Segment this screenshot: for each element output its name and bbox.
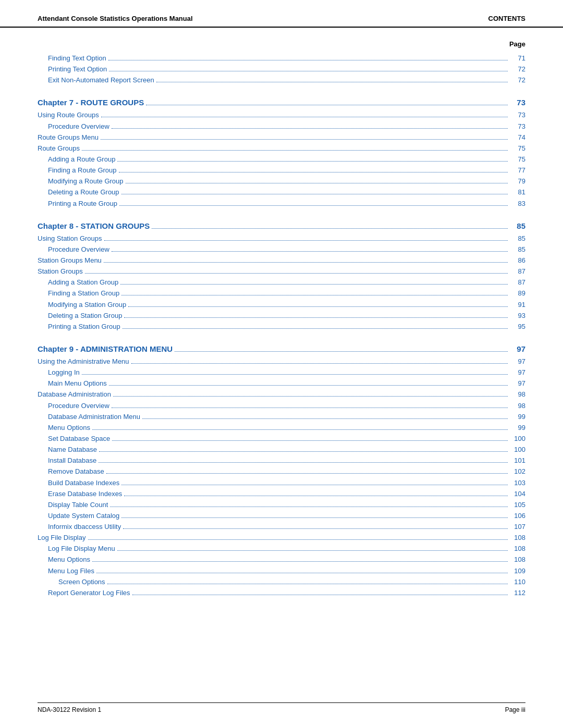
chapter-link[interactable]: Chapter 9 - ADMINISTRATION MENU <box>38 344 173 353</box>
toc-link[interactable]: Report Generator Log Files <box>48 588 130 598</box>
toc-dots <box>123 528 508 529</box>
toc-link[interactable]: Adding a Station Group <box>48 277 118 288</box>
toc-dots <box>119 172 508 172</box>
toc-link[interactable]: Using the Administrative Menu <box>38 356 129 367</box>
toc-dots <box>109 71 508 71</box>
chapter-page: 85 <box>510 221 525 230</box>
toc-entry: Procedure Overview 73 <box>38 121 525 132</box>
toc-dots <box>99 451 508 452</box>
toc-dots <box>99 462 508 463</box>
toc-link[interactable]: Display Table Count <box>48 500 108 510</box>
toc-dots <box>117 550 508 551</box>
toc-dots <box>104 262 508 263</box>
toc-link[interactable]: Modifying a Route Group <box>48 176 124 187</box>
toc-page: 99 <box>510 423 525 433</box>
toc-entry: Procedure Overview 98 <box>38 401 525 411</box>
toc-section: Using Route Groups 73 Procedure Overview… <box>38 110 525 208</box>
toc-link[interactable]: Database Administration Menu <box>48 412 140 422</box>
header-contents: CONTENTS <box>488 15 526 22</box>
toc-link[interactable]: Station Groups Menu <box>38 255 102 266</box>
toc-link[interactable]: Build Database Indexes <box>48 478 119 488</box>
toc-dots <box>132 595 508 595</box>
toc-link[interactable]: Menu Options <box>48 554 90 565</box>
toc-link[interactable]: Deleting a Station Group <box>48 311 122 321</box>
toc-entry: Printing a Route Group 83 <box>38 199 525 209</box>
toc-entry: Database Administration 98 <box>38 389 525 400</box>
toc-link[interactable]: Remove Database <box>48 466 104 477</box>
toc-page: 85 <box>510 233 525 244</box>
toc-link[interactable]: Adding a Route Group <box>48 154 115 165</box>
toc-link[interactable]: Erase Database Indexes <box>48 489 122 499</box>
footer-document-id: NDA-30122 Revision 1 <box>38 706 101 713</box>
toc-page: 100 <box>510 434 525 444</box>
toc-page: 97 <box>510 356 525 367</box>
toc-link[interactable]: Using Station Groups <box>38 233 102 244</box>
toc-link[interactable]: Main Menu Options <box>48 378 107 389</box>
toc-page: 77 <box>510 165 525 176</box>
toc-page: 110 <box>510 577 525 587</box>
chapter-page: 97 <box>510 344 525 353</box>
toc-entry: Station Groups Menu 86 <box>38 255 525 266</box>
toc-link[interactable]: Finding a Route Group <box>48 165 117 176</box>
main-content: Page Finding Text Option 71 Printing Tex… <box>0 28 563 620</box>
toc-dots <box>96 573 508 573</box>
toc-dots <box>124 317 508 318</box>
toc-link[interactable]: Using Route Groups <box>38 110 99 120</box>
toc-entry: Informix dbaccess Utility 107 <box>38 522 525 532</box>
toc-entry: Erase Database Indexes 104 <box>38 489 525 499</box>
toc-dots <box>121 485 508 485</box>
chapter-entry[interactable]: Chapter 9 - ADMINISTRATION MENU 97 <box>38 344 525 353</box>
toc-entry: Build Database Indexes 103 <box>38 478 525 488</box>
toc-link[interactable]: Update System Catalog <box>48 511 119 521</box>
toc-link[interactable]: Finding a Station Group <box>48 288 119 299</box>
toc-link[interactable]: Menu Log Files <box>48 566 94 576</box>
toc-link[interactable]: Screen Options <box>58 577 105 587</box>
toc-entry: Adding a Route Group 75 <box>38 154 525 165</box>
toc-entry: Menu Options 99 <box>38 423 525 433</box>
toc-dots <box>82 374 508 375</box>
toc-link[interactable]: Station Groups <box>38 266 83 277</box>
toc-page: 75 <box>510 154 525 165</box>
toc-link[interactable]: Route Groups Menu <box>38 132 99 143</box>
toc-dots <box>142 418 508 419</box>
toc-link[interactable]: Install Database <box>48 455 96 466</box>
toc-link[interactable]: Menu Options <box>48 423 90 433</box>
toc-link[interactable]: Informix dbaccess Utility <box>48 522 121 532</box>
chapter-link[interactable]: Chapter 7 - ROUTE GROUPS <box>38 98 144 107</box>
toc-link[interactable]: Exit Non-Automated Report Screen <box>48 75 154 85</box>
toc-link[interactable]: Printing a Station Group <box>48 322 120 332</box>
toc-entry: Main Menu Options 97 <box>38 378 525 389</box>
toc-dots <box>112 408 508 408</box>
toc-link[interactable]: Database Administration <box>38 389 111 400</box>
toc-link[interactable]: Printing Text Option <box>48 64 107 75</box>
toc-link[interactable]: Set Database Space <box>48 434 110 444</box>
toc-link[interactable]: Procedure Overview <box>48 401 109 411</box>
toc-dots <box>106 473 508 474</box>
toc-link[interactable]: Log File Display <box>38 533 86 543</box>
chapter-entry[interactable]: Chapter 8 - STATION GROUPS 85 <box>38 221 525 230</box>
toc-link[interactable]: Log File Display Menu <box>48 544 115 554</box>
toc-link[interactable]: Logging In <box>48 367 80 378</box>
toc-entry: Printing a Station Group 95 <box>38 322 525 332</box>
toc-page: 87 <box>510 266 525 277</box>
toc-link[interactable]: Procedure Overview <box>48 244 109 255</box>
toc-dots <box>119 205 508 206</box>
toc-link[interactable]: Finding Text Option <box>48 53 106 64</box>
toc-dots <box>110 507 508 507</box>
chapter-entry[interactable]: Chapter 7 - ROUTE GROUPS 73 <box>38 98 525 107</box>
toc-entry: Procedure Overview 85 <box>38 244 525 255</box>
toc-page: 98 <box>510 389 525 400</box>
toc-link[interactable]: Procedure Overview <box>48 121 109 132</box>
toc-link[interactable]: Route Groups <box>38 143 80 154</box>
toc-dots <box>126 183 508 183</box>
toc-link[interactable]: Printing a Route Group <box>48 199 117 209</box>
toc-link[interactable]: Deleting a Route Group <box>48 187 119 198</box>
toc-page: 87 <box>510 277 525 288</box>
toc-link[interactable]: Modifying a Station Group <box>48 300 126 310</box>
toc-dots <box>107 584 508 584</box>
toc-entry: Screen Options 110 <box>38 577 525 587</box>
toc-page: 97 <box>510 378 525 389</box>
toc-link[interactable]: Name Database <box>48 445 97 455</box>
chapter-link[interactable]: Chapter 8 - STATION GROUPS <box>38 221 150 230</box>
toc-page: 109 <box>510 566 525 576</box>
